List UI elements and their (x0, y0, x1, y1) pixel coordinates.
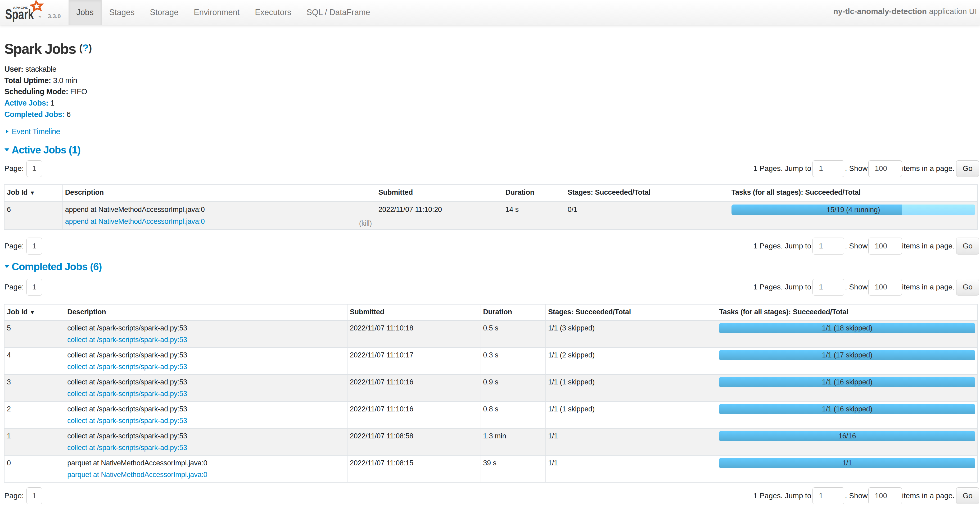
svg-text:Spark: Spark (5, 6, 34, 22)
svg-text:TM: TM (39, 16, 41, 18)
